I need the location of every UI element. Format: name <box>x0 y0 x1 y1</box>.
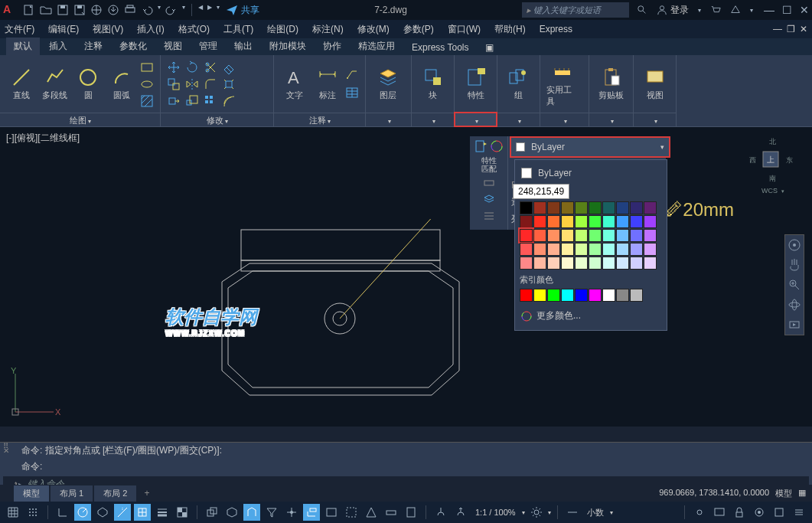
save-icon[interactable] <box>57 4 69 16</box>
new-icon[interactable] <box>23 4 35 16</box>
osnap-toggle[interactable] <box>134 504 151 521</box>
line-button[interactable]: 直线 <box>6 67 37 101</box>
menu-edit[interactable]: 编辑(E) <box>48 23 79 36</box>
tab-parametric[interactable]: 参数化 <box>112 38 155 55</box>
index-color-swatch[interactable] <box>547 289 560 302</box>
panel-view-expand[interactable]: ▾ <box>634 113 676 126</box>
layers-small-icon[interactable] <box>482 193 496 207</box>
menu-insert[interactable]: 插入(I) <box>137 23 164 36</box>
3dosnap-toggle[interactable] <box>223 504 240 521</box>
stretch-icon[interactable] <box>167 94 181 108</box>
color-swatch[interactable] <box>561 257 574 270</box>
index-color-swatch[interactable] <box>561 289 574 302</box>
panel-properties-expand[interactable]: ▾ <box>455 113 497 126</box>
undo-icon[interactable] <box>141 4 153 16</box>
color-swatch[interactable] <box>520 257 533 270</box>
dynucs-toggle[interactable] <box>243 504 260 521</box>
lock-icon[interactable] <box>731 504 748 521</box>
autodesk-icon[interactable] <box>730 5 741 15</box>
maximize-button[interactable]: ☐ <box>782 4 792 16</box>
color-swatch[interactable] <box>561 229 574 242</box>
menu-format[interactable]: 格式(O) <box>178 23 210 36</box>
color-swatch[interactable] <box>575 201 588 214</box>
index-color-swatch[interactable] <box>575 289 588 302</box>
tab-collaborate[interactable]: 协作 <box>315 38 349 55</box>
tab-model[interactable]: 模型 <box>14 485 49 502</box>
ortho-toggle[interactable] <box>54 504 71 521</box>
plot-icon[interactable] <box>124 4 136 16</box>
index-color-swatch[interactable] <box>520 289 533 302</box>
lineunits-icon[interactable] <box>564 504 581 521</box>
color-swatch[interactable] <box>616 201 629 214</box>
text-button[interactable]: A文字 <box>280 67 310 101</box>
layers-button[interactable]: 图层 <box>372 67 404 101</box>
color-swatch[interactable] <box>589 201 602 214</box>
isolate-icon[interactable] <box>751 504 768 521</box>
saveas-icon[interactable] <box>73 4 86 16</box>
panel-modify-title[interactable]: 修改▾ <box>161 113 273 126</box>
menu-modify[interactable]: 修改(M) <box>357 23 390 36</box>
otrack-toggle[interactable] <box>114 504 131 521</box>
cmdline-grip[interactable]: ⠿✕ <box>3 444 9 453</box>
color-swatch[interactable] <box>575 257 588 270</box>
ellipse-icon[interactable] <box>140 77 154 91</box>
color-swatch[interactable] <box>644 201 657 214</box>
panel-draw-title[interactable]: 绘图▾ <box>0 113 160 126</box>
rotate-icon[interactable] <box>185 60 199 74</box>
array-icon[interactable] <box>204 94 217 108</box>
color-swatch[interactable] <box>644 229 657 242</box>
zoom-icon[interactable] <box>788 278 801 292</box>
cart-icon[interactable] <box>710 5 721 15</box>
color-swatch[interactable] <box>602 215 615 228</box>
tab-insert[interactable]: 插入 <box>41 38 75 55</box>
index-color-swatch[interactable] <box>589 289 602 302</box>
color-swatch[interactable] <box>589 243 602 256</box>
arc-button[interactable]: 圆弧 <box>106 67 137 101</box>
annoscale-auto-icon[interactable] <box>452 504 469 521</box>
tab-default[interactable]: 默认 <box>6 38 40 55</box>
panel-utilities-expand[interactable]: ▾ <box>540 113 589 126</box>
color-swatch[interactable] <box>616 243 629 256</box>
offset-icon[interactable] <box>222 94 236 108</box>
color-wheel-icon[interactable] <box>490 139 504 153</box>
color-swatch[interactable] <box>561 215 574 228</box>
cycling-toggle[interactable] <box>204 504 220 521</box>
more-colors-button[interactable]: 更多颜色... <box>520 306 662 325</box>
color-swatch[interactable] <box>575 215 588 228</box>
menu-file[interactable]: 文件(F) <box>5 23 34 36</box>
panel-block-expand[interactable]: ▾ <box>412 113 454 126</box>
color-swatch[interactable] <box>602 201 615 214</box>
group-button[interactable]: 组 <box>504 67 533 101</box>
print-icon[interactable] <box>482 176 496 190</box>
transparency-toggle[interactable] <box>174 504 191 521</box>
color-swatch[interactable] <box>630 229 643 242</box>
open-icon[interactable] <box>40 4 52 16</box>
rect-icon[interactable] <box>140 60 154 74</box>
leader-icon[interactable] <box>345 69 359 83</box>
color-swatch[interactable] <box>547 215 560 228</box>
redo-icon[interactable] <box>165 4 178 16</box>
tab-featured[interactable]: 精选应用 <box>351 38 403 55</box>
mirror-icon[interactable] <box>185 77 199 91</box>
index-color-swatch[interactable] <box>533 289 546 302</box>
color-swatch[interactable] <box>547 229 560 242</box>
menu-view[interactable]: 视图(V) <box>93 23 123 36</box>
color-swatch[interactable] <box>533 257 546 270</box>
search-icon[interactable] <box>637 5 647 15</box>
web-open-icon[interactable] <box>90 4 103 16</box>
gizmo-toggle[interactable] <box>283 504 300 521</box>
polyline-button[interactable]: 多段线 <box>40 67 70 101</box>
dimension-button[interactable]: 标注 <box>313 67 343 101</box>
units-label[interactable]: 小数 <box>584 507 607 518</box>
tab-layout2[interactable]: 布局 2 <box>94 485 136 502</box>
menu-tools[interactable]: 工具(T) <box>223 23 253 36</box>
panel-annotate-title[interactable]: 注释▾ <box>274 113 365 126</box>
color-swatch[interactable] <box>589 257 602 270</box>
color-swatch[interactable] <box>616 229 629 242</box>
wheel-icon[interactable] <box>788 238 801 252</box>
tab-view[interactable]: 视图 <box>156 38 190 55</box>
share-button[interactable]: 共享 <box>226 4 259 17</box>
annomonitor-toggle[interactable] <box>363 504 380 521</box>
viewport-label[interactable]: [-][俯视][二维线框] <box>6 132 80 145</box>
menu-dimension[interactable]: 标注(N) <box>312 23 344 36</box>
